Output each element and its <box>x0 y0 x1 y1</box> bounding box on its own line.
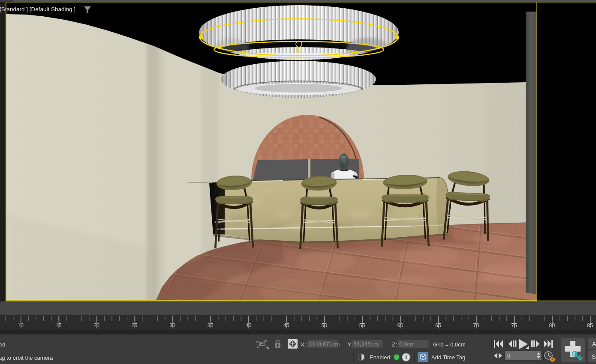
svg-text:0,0cm: 0,0cm <box>399 341 415 347</box>
svg-text:15: 15 <box>56 322 62 328</box>
svg-text:X:: X: <box>301 341 306 348</box>
svg-text:45: 45 <box>283 322 289 328</box>
svg-text:60: 60 <box>397 322 403 328</box>
svg-text:0: 0 <box>507 352 510 359</box>
svg-text:Add Time Tag: Add Time Tag <box>431 354 465 361</box>
svg-text:[Standard ] [Default Shading: [Standard ] [Default Shading ] <box>0 6 75 12</box>
svg-text:30: 30 <box>169 322 175 328</box>
svg-text:10: 10 <box>18 322 24 328</box>
svg-text:65: 65 <box>435 322 441 328</box>
svg-text:1: 1 <box>405 355 408 361</box>
svg-text:54,345cm: 54,345cm <box>353 341 378 347</box>
svg-text:70: 70 <box>473 322 479 328</box>
svg-text:Z:: Z: <box>392 341 397 348</box>
svg-text:40: 40 <box>245 322 251 328</box>
svg-text:3148,671cm: 3148,671cm <box>309 341 340 347</box>
svg-text:75: 75 <box>511 322 517 328</box>
svg-text:50: 50 <box>321 322 327 328</box>
svg-text:ed: ed <box>0 341 5 348</box>
svg-text:20: 20 <box>93 322 99 328</box>
svg-text:A: A <box>592 340 596 347</box>
svg-text:ag to orbit the camera: ag to orbit the camera <box>0 355 53 361</box>
svg-text:25: 25 <box>132 322 138 328</box>
svg-text:55: 55 <box>359 322 365 328</box>
svg-text:Enabled:: Enabled: <box>370 354 391 361</box>
svg-text:35: 35 <box>208 322 214 328</box>
svg-text:S: S <box>592 353 596 360</box>
svg-text:Grid = 0,0cm: Grid = 0,0cm <box>433 341 466 348</box>
svg-text:80: 80 <box>549 322 555 328</box>
svg-text:85: 85 <box>587 322 593 328</box>
